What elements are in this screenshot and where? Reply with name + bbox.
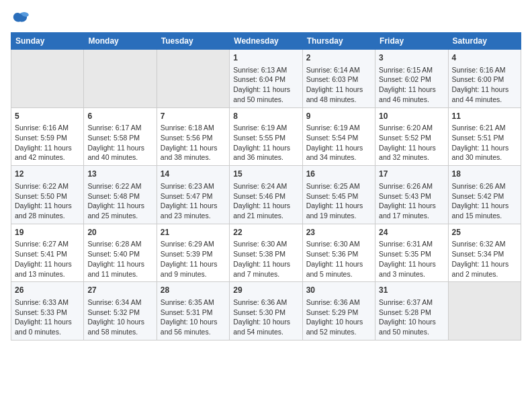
- day-number: 9: [306, 111, 371, 122]
- calendar-week-row: 19Sunrise: 6:27 AMSunset: 5:41 PMDayligh…: [11, 224, 521, 282]
- cell-content: Sunrise: 6:17 AMSunset: 5:58 PMDaylight:…: [87, 123, 152, 163]
- day-number: 27: [87, 285, 152, 296]
- calendar-cell: 10Sunrise: 6:20 AMSunset: 5:52 PMDayligh…: [375, 107, 448, 166]
- cell-content: Sunrise: 6:34 AMSunset: 5:32 PMDaylight:…: [87, 298, 152, 337]
- calendar-cell: 22Sunrise: 6:30 AMSunset: 5:38 PMDayligh…: [230, 224, 302, 282]
- cell-content: Sunrise: 6:35 AMSunset: 5:31 PMDaylight:…: [161, 298, 226, 337]
- calendar-cell: 17Sunrise: 6:26 AMSunset: 5:43 PMDayligh…: [375, 166, 448, 224]
- calendar-week-row: 1Sunrise: 6:13 AMSunset: 6:04 PMDaylight…: [11, 50, 521, 108]
- calendar-cell: 5Sunrise: 6:16 AMSunset: 5:59 PMDaylight…: [11, 107, 84, 166]
- calendar-cell: 15Sunrise: 6:24 AMSunset: 5:46 PMDayligh…: [230, 166, 302, 224]
- calendar-cell: 9Sunrise: 6:19 AMSunset: 5:54 PMDaylight…: [302, 107, 375, 166]
- cell-content: Sunrise: 6:36 AMSunset: 5:30 PMDaylight:…: [233, 298, 298, 337]
- calendar-table: SundayMondayTuesdayWednesdayThursdayFrid…: [11, 32, 521, 340]
- day-header-sunday: Sunday: [11, 33, 84, 50]
- day-number: 16: [306, 169, 371, 180]
- day-number: 8: [233, 111, 298, 122]
- cell-content: Sunrise: 6:16 AMSunset: 6:00 PMDaylight:…: [452, 65, 517, 105]
- calendar-cell: [448, 282, 521, 340]
- cell-content: Sunrise: 6:18 AMSunset: 5:56 PMDaylight:…: [161, 123, 226, 163]
- day-header-tuesday: Tuesday: [157, 33, 229, 50]
- logo-bird-icon: [11, 11, 30, 27]
- calendar-cell: 8Sunrise: 6:19 AMSunset: 5:55 PMDaylight…: [230, 107, 302, 166]
- cell-content: Sunrise: 6:27 AMSunset: 5:41 PMDaylight:…: [15, 239, 80, 279]
- calendar-header-row: SundayMondayTuesdayWednesdayThursdayFrid…: [11, 33, 521, 50]
- day-number: 30: [306, 285, 371, 296]
- cell-content: Sunrise: 6:19 AMSunset: 5:55 PMDaylight:…: [233, 123, 298, 163]
- cell-content: Sunrise: 6:13 AMSunset: 6:04 PMDaylight:…: [233, 65, 298, 105]
- day-number: 2: [306, 52, 371, 64]
- cell-content: Sunrise: 6:30 AMSunset: 5:38 PMDaylight:…: [233, 239, 298, 279]
- calendar-cell: 21Sunrise: 6:29 AMSunset: 5:39 PMDayligh…: [157, 224, 229, 282]
- day-number: 12: [15, 169, 80, 180]
- calendar-cell: 28Sunrise: 6:35 AMSunset: 5:31 PMDayligh…: [157, 282, 229, 340]
- calendar-cell: 14Sunrise: 6:23 AMSunset: 5:47 PMDayligh…: [157, 166, 229, 224]
- cell-content: Sunrise: 6:33 AMSunset: 5:33 PMDaylight:…: [15, 298, 80, 337]
- day-header-thursday: Thursday: [302, 33, 375, 50]
- calendar-cell: 3Sunrise: 6:15 AMSunset: 6:02 PMDaylight…: [375, 50, 448, 108]
- calendar-cell: 26Sunrise: 6:33 AMSunset: 5:33 PMDayligh…: [11, 282, 84, 340]
- calendar-cell: 7Sunrise: 6:18 AMSunset: 5:56 PMDaylight…: [157, 107, 229, 166]
- day-number: 28: [161, 285, 226, 296]
- calendar-cell: 31Sunrise: 6:37 AMSunset: 5:28 PMDayligh…: [375, 282, 448, 340]
- day-number: 21: [161, 227, 226, 238]
- day-number: 5: [15, 111, 80, 122]
- day-number: 17: [379, 169, 444, 180]
- day-number: 13: [87, 169, 152, 180]
- cell-content: Sunrise: 6:37 AMSunset: 5:28 PMDaylight:…: [379, 298, 444, 337]
- calendar-cell: 20Sunrise: 6:28 AMSunset: 5:40 PMDayligh…: [84, 224, 157, 282]
- day-number: 31: [379, 285, 444, 296]
- day-number: 26: [15, 285, 80, 296]
- cell-content: Sunrise: 6:23 AMSunset: 5:47 PMDaylight:…: [161, 181, 226, 221]
- calendar-cell: 29Sunrise: 6:36 AMSunset: 5:30 PMDayligh…: [230, 282, 302, 340]
- day-number: 14: [161, 169, 226, 180]
- calendar-cell: 23Sunrise: 6:30 AMSunset: 5:36 PMDayligh…: [302, 224, 375, 282]
- calendar-cell: 27Sunrise: 6:34 AMSunset: 5:32 PMDayligh…: [84, 282, 157, 340]
- calendar-cell: 2Sunrise: 6:14 AMSunset: 6:03 PMDaylight…: [302, 50, 375, 108]
- day-number: 19: [15, 227, 80, 238]
- day-number: 3: [379, 52, 444, 64]
- cell-content: Sunrise: 6:31 AMSunset: 5:35 PMDaylight:…: [379, 239, 444, 279]
- cell-content: Sunrise: 6:26 AMSunset: 5:43 PMDaylight:…: [379, 181, 444, 221]
- calendar-cell: 12Sunrise: 6:22 AMSunset: 5:50 PMDayligh…: [11, 166, 84, 224]
- day-number: 18: [452, 169, 517, 180]
- day-number: 6: [87, 111, 152, 122]
- cell-content: Sunrise: 6:22 AMSunset: 5:48 PMDaylight:…: [87, 181, 152, 221]
- cell-content: Sunrise: 6:29 AMSunset: 5:39 PMDaylight:…: [161, 239, 226, 279]
- cell-content: Sunrise: 6:14 AMSunset: 6:03 PMDaylight:…: [306, 65, 371, 105]
- calendar-cell: 11Sunrise: 6:21 AMSunset: 5:51 PMDayligh…: [448, 107, 521, 166]
- logo: [11, 11, 32, 27]
- day-number: 20: [87, 227, 152, 238]
- day-number: 25: [452, 227, 517, 238]
- cell-content: Sunrise: 6:21 AMSunset: 5:51 PMDaylight:…: [452, 123, 517, 163]
- day-number: 1: [233, 52, 298, 64]
- cell-content: Sunrise: 6:19 AMSunset: 5:54 PMDaylight:…: [306, 123, 371, 163]
- day-header-saturday: Saturday: [448, 33, 521, 50]
- calendar-cell: 13Sunrise: 6:22 AMSunset: 5:48 PMDayligh…: [84, 166, 157, 224]
- day-number: 7: [161, 111, 226, 122]
- calendar-cell: 1Sunrise: 6:13 AMSunset: 6:04 PMDaylight…: [230, 50, 302, 108]
- cell-content: Sunrise: 6:20 AMSunset: 5:52 PMDaylight:…: [379, 123, 444, 163]
- cell-content: Sunrise: 6:28 AMSunset: 5:40 PMDaylight:…: [87, 239, 152, 279]
- day-number: 29: [233, 285, 298, 296]
- day-number: 10: [379, 111, 444, 122]
- day-number: 15: [233, 169, 298, 180]
- day-number: 11: [452, 111, 517, 122]
- calendar-cell: 30Sunrise: 6:36 AMSunset: 5:29 PMDayligh…: [302, 282, 375, 340]
- cell-content: Sunrise: 6:36 AMSunset: 5:29 PMDaylight:…: [306, 298, 371, 337]
- calendar-cell: 16Sunrise: 6:25 AMSunset: 5:45 PMDayligh…: [302, 166, 375, 224]
- calendar-week-row: 12Sunrise: 6:22 AMSunset: 5:50 PMDayligh…: [11, 166, 521, 224]
- calendar-cell: 4Sunrise: 6:16 AMSunset: 6:00 PMDaylight…: [448, 50, 521, 108]
- cell-content: Sunrise: 6:22 AMSunset: 5:50 PMDaylight:…: [15, 181, 80, 221]
- day-header-monday: Monday: [84, 33, 157, 50]
- page-header: [11, 11, 521, 27]
- cell-content: Sunrise: 6:26 AMSunset: 5:42 PMDaylight:…: [452, 181, 517, 221]
- day-header-friday: Friday: [375, 33, 448, 50]
- day-header-wednesday: Wednesday: [230, 33, 302, 50]
- cell-content: Sunrise: 6:15 AMSunset: 6:02 PMDaylight:…: [379, 65, 444, 105]
- calendar-cell: 18Sunrise: 6:26 AMSunset: 5:42 PMDayligh…: [448, 166, 521, 224]
- cell-content: Sunrise: 6:24 AMSunset: 5:46 PMDaylight:…: [233, 181, 298, 221]
- day-number: 24: [379, 227, 444, 238]
- calendar-cell: [84, 50, 157, 108]
- calendar-cell: 6Sunrise: 6:17 AMSunset: 5:58 PMDaylight…: [84, 107, 157, 166]
